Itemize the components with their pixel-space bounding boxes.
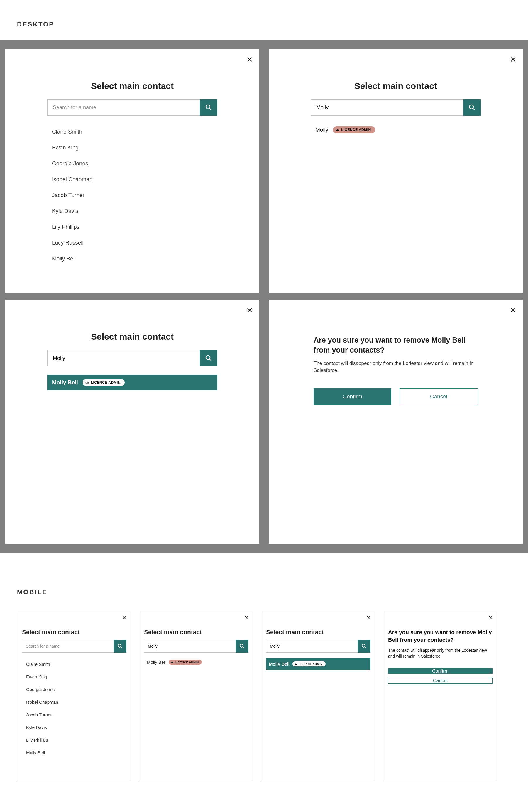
contact-item[interactable]: Jacob Turner (51, 187, 217, 203)
crown-icon (335, 128, 340, 132)
contact-result-name: Molly Bell (147, 659, 166, 665)
contact-item[interactable]: Jacob Turner (26, 708, 126, 721)
search-button[interactable] (236, 640, 248, 653)
select-contact-modal-selected: ✕ Select main contact Molly Bell LICENCE… (5, 300, 259, 544)
select-contact-modal-list: ✕ Select main contact Claire Smith Ewan … (5, 49, 259, 293)
desktop-grid: ✕ Select main contact Claire Smith Ewan … (0, 40, 528, 553)
contact-item[interactable]: Lily Phillips (51, 219, 217, 235)
crown-icon (85, 380, 89, 385)
mobile-select-contact-list: ✕ Select main contact Claire Smith Ewan … (17, 611, 132, 781)
search-input[interactable] (311, 99, 463, 116)
badge-label: LICENCE ADMIN (341, 128, 371, 132)
search-input[interactable] (22, 640, 114, 653)
search-row (22, 640, 126, 653)
licence-admin-badge: LICENCE ADMIN (292, 662, 326, 666)
contact-item[interactable]: Molly Bell (51, 251, 217, 266)
search-row (266, 640, 371, 653)
confirm-button[interactable]: Confirm (314, 388, 391, 405)
modal-title: Select main contact (47, 332, 217, 342)
search-button[interactable] (200, 99, 217, 116)
modal-title: Select main contact (266, 628, 371, 636)
mobile-select-contact-filtered: ✕ Select main contact Molly Bell LICENCE… (139, 611, 254, 781)
section-label-desktop: DESKTOP (0, 12, 528, 40)
search-input[interactable] (266, 640, 358, 653)
search-icon (205, 104, 212, 111)
licence-admin-badge: LICENCE ADMIN (333, 126, 375, 133)
contact-list: Claire Smith Ewan King Georgia Jones Iso… (47, 124, 217, 266)
contact-result-name: Molly Bell (52, 379, 78, 386)
contact-item[interactable]: Molly Bell (26, 746, 126, 759)
contact-result-row-selected[interactable]: Molly Bell LICENCE ADMIN (266, 658, 371, 670)
badge-label: LICENCE ADMIN (299, 662, 323, 666)
licence-admin-badge: LICENCE ADMIN (169, 659, 202, 665)
contact-item[interactable]: Ewan King (26, 670, 126, 683)
search-button[interactable] (200, 350, 217, 366)
confirm-body: The contact will disappear only from the… (388, 648, 493, 659)
search-icon (205, 354, 212, 362)
close-icon[interactable]: ✕ (510, 306, 516, 314)
search-input[interactable] (144, 640, 236, 653)
modal-title: Select main contact (47, 81, 217, 91)
search-input[interactable] (47, 350, 200, 366)
search-button[interactable] (463, 99, 481, 116)
contact-item[interactable]: Georgia Jones (51, 156, 217, 172)
contact-item[interactable]: Lucy Russell (51, 235, 217, 251)
mobile-select-contact-selected: ✕ Select main contact Molly Bell LICENCE… (261, 611, 376, 781)
select-contact-modal-filtered: ✕ Select main contact Molly LICENCE ADMI… (269, 49, 523, 293)
confirm-body: The contact will disappear only from the… (314, 360, 478, 374)
contact-result-row[interactable]: Molly Bell LICENCE ADMIN (144, 658, 248, 666)
crown-icon (170, 661, 174, 664)
mobile-row: ✕ Select main contact Claire Smith Ewan … (0, 611, 528, 781)
search-button[interactable] (358, 640, 371, 653)
modal-title: Select main contact (311, 81, 481, 91)
contact-result-row[interactable]: Molly LICENCE ADMIN (311, 124, 481, 136)
search-row (47, 350, 217, 366)
badge-label: LICENCE ADMIN (175, 661, 199, 664)
search-row (311, 99, 481, 116)
search-icon (117, 643, 123, 649)
close-icon[interactable]: ✕ (246, 306, 253, 314)
contact-item[interactable]: Ewan King (51, 140, 217, 156)
contact-item[interactable]: Lily Phillips (26, 734, 126, 746)
modal-title: Select main contact (22, 628, 126, 636)
cancel-button[interactable]: Cancel (388, 678, 493, 684)
contact-item[interactable]: Kyle Davis (26, 721, 126, 734)
search-icon (361, 643, 367, 649)
search-button[interactable] (114, 640, 126, 653)
confirm-remove-modal: ✕ Are you sure you want to remove Molly … (269, 300, 523, 544)
close-icon[interactable]: ✕ (366, 615, 371, 621)
contact-result-name: Molly Bell (269, 662, 289, 666)
close-icon[interactable]: ✕ (246, 56, 253, 63)
contact-item[interactable]: Claire Smith (51, 124, 217, 140)
contact-list: Claire Smith Ewan King Georgia Jones Iso… (22, 658, 126, 759)
confirm-title: Are you sure you want to remove Molly Be… (314, 335, 478, 355)
section-label-mobile: MOBILE (0, 553, 528, 608)
close-icon[interactable]: ✕ (488, 615, 493, 621)
search-input[interactable] (47, 99, 200, 116)
contact-result-row-selected[interactable]: Molly Bell LICENCE ADMIN (47, 375, 217, 390)
search-icon (239, 643, 245, 649)
mobile-confirm-remove: ✕ Are you sure you want to remove Molly … (383, 611, 498, 781)
contact-item[interactable]: Claire Smith (26, 658, 126, 670)
confirm-button[interactable]: Confirm (388, 668, 493, 674)
close-icon[interactable]: ✕ (510, 56, 516, 63)
modal-title: Select main contact (144, 628, 248, 636)
search-row (144, 640, 248, 653)
licence-admin-badge: LICENCE ADMIN (83, 379, 125, 386)
close-icon[interactable]: ✕ (244, 615, 249, 621)
search-icon (468, 104, 476, 111)
contact-item[interactable]: Isobel Chapman (26, 696, 126, 708)
contact-item[interactable]: Isobel Chapman (51, 172, 217, 187)
contact-item[interactable]: Georgia Jones (26, 683, 126, 696)
cancel-button[interactable]: Cancel (399, 388, 478, 405)
contact-item[interactable]: Kyle Davis (51, 203, 217, 219)
search-row (47, 99, 217, 116)
close-icon[interactable]: ✕ (122, 615, 127, 621)
contact-result-name: Molly (315, 127, 328, 133)
badge-label: LICENCE ADMIN (91, 380, 121, 385)
confirm-title: Are you sure you want to remove Molly Be… (388, 628, 493, 643)
crown-icon (294, 662, 298, 666)
